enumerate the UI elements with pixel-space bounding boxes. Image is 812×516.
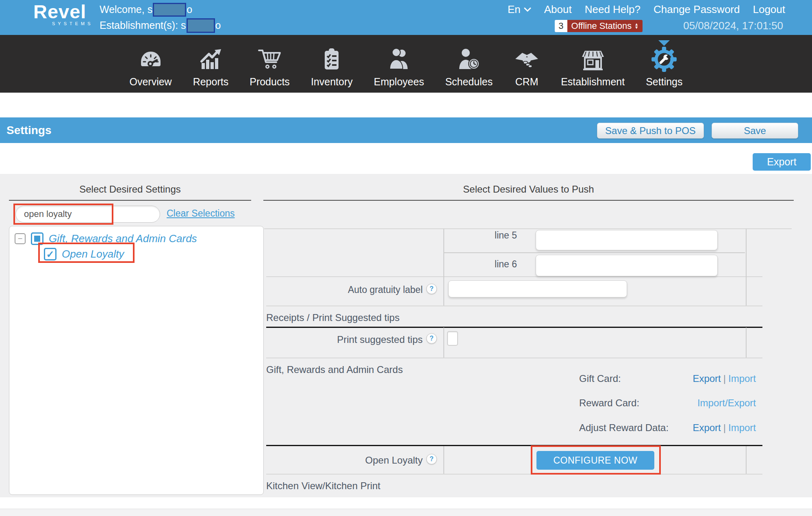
clipboard-checklist-icon [319,47,345,73]
tree-label-open-loyalty[interactable]: Open Loyalty [62,248,124,260]
section-divider [266,445,762,446]
divider [266,276,762,277]
nav-label: Reports [193,76,229,88]
line5-input[interactable] [536,230,718,250]
column-divider [746,229,747,306]
settings-tree-panel [9,226,264,495]
page-title: Settings [7,117,51,143]
column-divider [443,229,444,306]
nav-item-schedules[interactable]: Schedules [445,47,493,88]
open-loyalty-checkbox[interactable]: ✓ [44,248,56,260]
need-help-link[interactable]: Need Help? [585,3,640,16]
line6-label: line 6 [447,259,517,270]
footer-strip [0,509,812,516]
reward-card-label: Reward Card: [579,397,639,409]
chevron-down-icon [524,7,531,12]
column-divider [443,446,444,474]
right-panel-heading: Select Desired Values to Push [263,184,794,201]
establishment-text-suffix: o [215,20,221,31]
offline-stations-count: 3 [555,20,567,32]
nav-label: Employees [374,76,424,88]
section-gift-rewards: Gift, Rewards and Admin Cards [266,364,403,375]
divider [264,228,792,229]
section-receipts: Receipts / Print Suggested tips [266,312,399,323]
settings-bar: Settings Save & Push to POS Save [0,117,812,143]
nav-item-crm[interactable]: CRM [514,47,540,88]
gear-wrench-icon [651,46,677,73]
open-loyalty-label: Open Loyalty [266,455,423,466]
section-kitchen: Kitchen View/Kitchen Print [266,480,380,492]
gift-card-export-link[interactable]: Export [693,373,721,384]
nav-item-employees[interactable]: Employees [374,47,424,88]
auto-gratuity-input[interactable] [448,280,627,297]
adjust-reward-import-link[interactable]: Import [728,422,756,433]
nav-item-inventory[interactable]: Inventory [311,47,353,88]
help-icon[interactable]: ? [426,284,437,294]
speedometer-icon [138,47,164,73]
tree-row-child: ✓ Open Loyalty [44,248,124,260]
logout-link[interactable]: Logout [753,3,785,16]
page: Revel SYSTEMS Welcome, s o Establishment… [0,0,812,516]
line5-label: line 5 [447,230,517,241]
nav-label: Establishment [561,76,625,88]
updown-arrows-icon: ▲▼ [634,23,638,29]
nav-label: Settings [646,76,682,88]
cart-icon [257,47,283,73]
bar-chart-icon [198,47,224,73]
export-button[interactable]: Export [753,153,811,171]
gift-card-import-link[interactable]: Import [728,373,756,384]
configure-now-button[interactable]: CONFIGURE NOW [536,451,654,470]
nav-item-products[interactable]: Products [250,47,290,88]
adjust-reward-data-label: Adjust Reward Data: [579,422,669,434]
print-suggested-tips-checkbox[interactable] [447,331,458,346]
link-separator: | [721,422,728,433]
about-link[interactable]: About [544,3,572,16]
nav-label: CRM [515,76,538,88]
nav-item-settings[interactable]: Settings [646,46,682,88]
reward-card-import-export-link[interactable]: Import/Export [697,397,756,408]
line6-input[interactable] [536,255,718,276]
top-header: Revel SYSTEMS Welcome, s o Establishment… [0,0,812,35]
change-password-link[interactable]: Change Password [654,3,740,16]
collapse-toggle[interactable]: − [15,233,26,244]
settings-search-input[interactable] [15,206,160,223]
clear-selections-link[interactable]: Clear Selections [167,208,234,219]
link-separator: | [721,373,728,384]
welcome-text: Welcome, s [100,4,152,15]
save-button[interactable]: Save [712,123,798,139]
offline-stations-badge[interactable]: 3 Offline Stations ▲▼ [555,20,643,32]
main-nav: Overview Reports [0,35,812,93]
nav-label: Inventory [311,76,353,88]
nav-item-reports[interactable]: Reports [193,47,229,88]
save-push-to-pos-button[interactable]: Save & Push to POS [597,123,704,139]
parent-checkbox[interactable] [31,232,43,245]
column-divider [746,327,747,358]
language-label: En [508,3,521,16]
reward-card-links: Import/Export [697,397,756,409]
adjust-reward-export-link[interactable]: Export [693,422,721,433]
logo-title: Revel [33,2,93,22]
welcome-line: Welcome, s o [100,2,221,17]
establishment-text: Establishment(s): s [100,20,186,31]
nav-items: Overview Reports [0,35,812,93]
establishment-line: Establishment(s): s o [100,17,221,33]
tree-label-gift-rewards[interactable]: Gift, Rewards and Admin Cards [49,232,197,245]
datetime-display: 05/08/2024, 17:01:50 [683,20,783,32]
redacted-username [153,3,186,17]
active-tab-caret [658,40,670,46]
nav-label: Schedules [445,76,493,88]
offline-stations-label: Offline Stations ▲▼ [567,20,643,32]
help-icon[interactable]: ? [426,454,437,464]
nav-item-establishment[interactable]: Establishment [561,47,625,88]
revel-logo[interactable]: Revel SYSTEMS [33,2,93,26]
auto-gratuity-label: Auto gratuity label [266,284,423,295]
help-icon[interactable]: ? [426,333,437,344]
language-dropdown[interactable]: En [508,3,531,16]
person-clock-icon [456,47,482,73]
header-status-row: 3 Offline Stations ▲▼ 05/08/2024, 17:01:… [555,20,783,32]
nav-item-overview[interactable]: Overview [129,47,172,88]
divider [444,252,745,253]
tree-row-parent: − Gift, Rewards and Admin Cards [15,232,197,245]
divider [266,474,762,475]
adjust-reward-links: Export|Import [693,422,756,434]
